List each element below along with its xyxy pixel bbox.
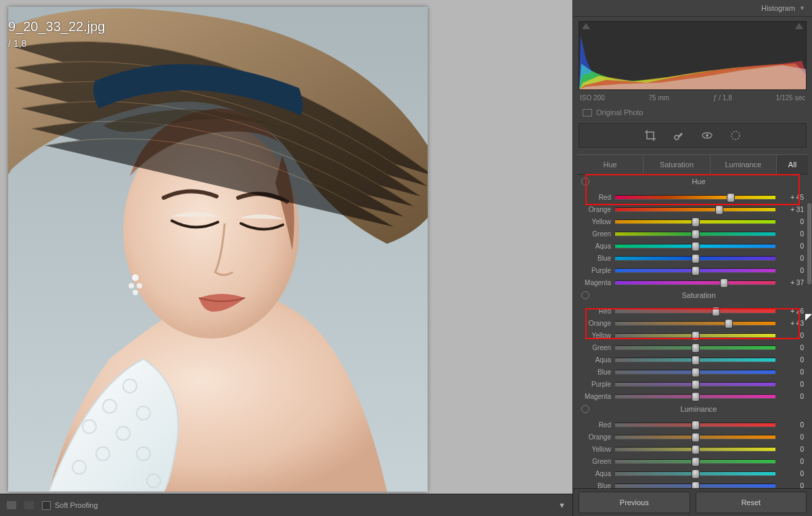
slider-hue-green[interactable]: Green0	[577, 228, 808, 240]
slider-hue-blue[interactable]: Blue0	[577, 252, 808, 264]
slider-handle[interactable]	[692, 421, 700, 430]
slider-track[interactable]	[615, 483, 775, 488]
photo-preview[interactable]	[8, 7, 428, 492]
slider-handle[interactable]	[727, 193, 735, 202]
slider-hue-magenta[interactable]: Magenta+ 37	[577, 276, 808, 288]
slider-label: Red	[577, 421, 611, 429]
slider-lum-red[interactable]: Red0	[577, 418, 808, 431]
slider-handle[interactable]	[692, 445, 700, 454]
slider-track[interactable]	[615, 244, 775, 249]
spot-removal-icon[interactable]	[672, 129, 685, 142]
tab-saturation[interactable]: Saturation	[644, 155, 710, 174]
slider-value: 0	[780, 255, 804, 262]
slider-handle[interactable]	[692, 481, 700, 489]
slider-track[interactable]	[615, 321, 775, 326]
slider-handle[interactable]	[692, 343, 700, 353]
slider-track[interactable]	[615, 345, 775, 350]
flag-pick-icon[interactable]	[7, 501, 16, 509]
slider-handle[interactable]	[692, 457, 700, 467]
slider-handle[interactable]	[692, 380, 700, 389]
preview-footer: Soft Proofing ▼	[0, 494, 572, 516]
original-photo-toggle[interactable]: Original Photo	[579, 106, 807, 119]
slider-sat-green[interactable]: Green0	[577, 341, 808, 353]
slider-track[interactable]	[615, 219, 775, 224]
slider-handle[interactable]	[720, 278, 728, 288]
slider-sat-yellow[interactable]: Yellow0	[577, 329, 808, 341]
slider-handle[interactable]	[692, 469, 700, 479]
slider-handle[interactable]	[692, 331, 700, 341]
previous-button[interactable]: Previous	[579, 492, 690, 513]
slider-track[interactable]	[615, 333, 775, 338]
slider-track[interactable]	[615, 232, 775, 236]
slider-handle[interactable]	[692, 254, 700, 263]
slider-handle[interactable]	[692, 217, 700, 227]
slider-track[interactable]	[615, 207, 775, 212]
shadow-clip-icon[interactable]	[582, 23, 590, 29]
flag-reject-icon[interactable]	[24, 501, 34, 509]
slider-handle[interactable]	[692, 230, 700, 239]
slider-lum-orange[interactable]: Orange0	[577, 431, 808, 443]
tab-all[interactable]: All	[777, 155, 808, 174]
crop-tool-icon[interactable]	[644, 129, 657, 142]
slider-lum-aqua[interactable]: Aqua0	[577, 467, 808, 479]
slider-track[interactable]	[615, 309, 775, 314]
tab-hue[interactable]: Hue	[577, 155, 644, 174]
slider-handle[interactable]	[725, 319, 733, 328]
soft-proofing-checkbox[interactable]: Soft Proofing	[42, 501, 98, 510]
slider-lum-green[interactable]: Green0	[577, 455, 808, 467]
slider-handle[interactable]	[692, 433, 700, 442]
histogram[interactable]	[579, 21, 807, 90]
slider-hue-aqua[interactable]: Aqua0	[577, 240, 808, 252]
panel-scrollbar[interactable]	[807, 203, 811, 284]
slider-track[interactable]	[615, 370, 775, 374]
slider-sat-orange[interactable]: Orange+ 43	[577, 317, 808, 329]
slider-track[interactable]	[615, 195, 775, 200]
slider-hue-red[interactable]: Red+ 45	[577, 191, 808, 203]
slider-handle[interactable]	[692, 392, 700, 402]
slider-handle[interactable]	[712, 307, 720, 316]
highlight-clip-icon[interactable]	[795, 23, 803, 29]
chevron-down-icon: ▼	[799, 5, 805, 12]
slider-sat-blue[interactable]: Blue0	[577, 366, 808, 378]
slider-track[interactable]	[615, 459, 775, 464]
target-adjust-icon[interactable]	[581, 177, 589, 186]
slider-label: Blue	[577, 368, 611, 376]
slider-lum-yellow[interactable]: Yellow0	[577, 443, 808, 455]
slider-value: 0	[780, 267, 804, 274]
slider-track[interactable]	[615, 358, 775, 362]
slider-sat-red[interactable]: Red+ 26	[577, 305, 808, 317]
slider-lum-blue[interactable]: Blue0	[577, 479, 808, 488]
slider-track[interactable]	[615, 394, 775, 399]
slider-hue-orange[interactable]: Orange+ 31	[577, 203, 808, 215]
slider-track[interactable]	[615, 256, 775, 261]
slider-label: Red	[577, 194, 611, 201]
filmstrip-toggle-icon[interactable]: ▼	[558, 501, 566, 509]
slider-sat-purple[interactable]: Purple0	[577, 378, 808, 390]
slider-hue-purple[interactable]: Purple0	[577, 264, 808, 276]
slider-track[interactable]	[615, 268, 775, 273]
slider-handle[interactable]	[715, 205, 723, 215]
slider-track[interactable]	[615, 471, 775, 476]
redeye-tool-icon[interactable]	[700, 129, 714, 142]
tab-luminance[interactable]: Luminance	[710, 155, 777, 174]
target-adjust-icon[interactable]	[581, 405, 589, 413]
slider-track[interactable]	[615, 423, 775, 427]
slider-track[interactable]	[615, 435, 775, 439]
slider-label: Blue	[577, 255, 611, 262]
slider-track[interactable]	[615, 447, 775, 452]
target-adjust-icon[interactable]	[581, 291, 589, 299]
svg-point-18	[731, 131, 740, 139]
develop-panel: Histogram ▼ ISO 200 75 mm ƒ / 1,8 1/125 …	[572, 0, 812, 516]
slider-handle[interactable]	[692, 266, 700, 276]
slider-handle[interactable]	[692, 368, 700, 377]
reset-button[interactable]: Reset	[696, 492, 807, 513]
histogram-header[interactable]: Histogram ▼	[573, 0, 812, 17]
slider-hue-yellow[interactable]: Yellow0	[577, 215, 808, 228]
radial-filter-icon[interactable]	[729, 129, 742, 142]
slider-sat-aqua[interactable]: Aqua0	[577, 353, 808, 366]
slider-handle[interactable]	[692, 356, 700, 365]
slider-track[interactable]	[615, 382, 775, 387]
slider-handle[interactable]	[692, 242, 700, 251]
slider-track[interactable]	[615, 280, 775, 285]
slider-sat-magenta[interactable]: Magenta0	[577, 390, 808, 402]
